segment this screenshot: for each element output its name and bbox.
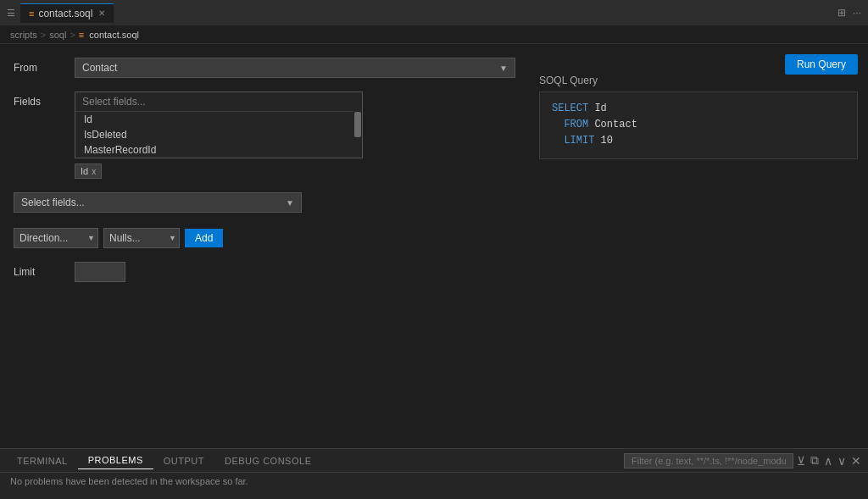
order-by-top: Order By Select fields... ▼ xyxy=(14,192,302,213)
bottom-tabs: TERMINAL PROBLEMS OUTPUT DEBUG CONSOLE ⊻… xyxy=(0,449,868,473)
tag-label: Id xyxy=(81,166,88,176)
tag-close-icon[interactable]: x xyxy=(92,167,96,176)
limit-input[interactable]: 10 xyxy=(75,262,125,282)
breadcrumb: scripts > soql > ≡ contact.soql xyxy=(0,25,868,44)
soql-select-id: Id xyxy=(588,103,607,114)
left-panel: From Contact ▼ Fields Select fields... xyxy=(0,44,529,448)
breadcrumb-file-icon: ≡ xyxy=(79,30,84,40)
limit-control: 10 xyxy=(75,262,515,282)
limit-label: Limit xyxy=(14,262,64,278)
breadcrumb-scripts[interactable]: scripts xyxy=(10,30,37,40)
close-panel-icon[interactable]: ✕ xyxy=(851,454,861,468)
fields-dropdown-header[interactable]: Select fields... xyxy=(75,92,362,111)
order-by-controls: Direction... ▼ Nulls... ▼ Add xyxy=(14,228,223,248)
tab-close-button[interactable]: ✕ xyxy=(98,8,105,18)
more-icon[interactable]: ··· xyxy=(853,7,861,19)
layout-icon[interactable]: ⊞ xyxy=(837,7,846,19)
order-by-label-container: Order By xyxy=(0,197,3,208)
chevron-up-icon[interactable]: ∧ xyxy=(824,454,832,468)
soql-file-icon: ≡ xyxy=(29,8,34,19)
add-button[interactable]: Add xyxy=(185,229,223,247)
from-control: Contact ▼ xyxy=(75,58,515,78)
fields-list-container: Id IsDeleted MasterRecordId xyxy=(75,111,362,158)
fields-dropdown[interactable]: Select fields... Id IsDeleted MasterReco… xyxy=(75,91,363,158)
tab-terminal[interactable]: TERMINAL xyxy=(7,452,78,469)
list-item[interactable]: IsDeleted xyxy=(75,127,353,142)
fields-label: Fields xyxy=(14,91,64,108)
fields-container: Select fields... Id IsDeleted MasterReco… xyxy=(75,91,363,179)
filter-area: ⊻ ⧉ ∧ ∨ ✕ xyxy=(624,453,861,469)
list-item[interactable]: Id xyxy=(75,112,353,127)
bottom-icons: ⊻ ⧉ ∧ ∨ ✕ xyxy=(797,453,861,468)
nulls-select-wrapper[interactable]: Nulls... ▼ xyxy=(103,228,180,248)
tab-output[interactable]: OUTPUT xyxy=(153,452,214,469)
soql-limit-keyword: LIMIT xyxy=(564,135,594,147)
scrollbar-thumb xyxy=(354,112,361,137)
no-problems-text: No problems have been detected in the wo… xyxy=(10,476,248,486)
bottom-status-text: No problems have been detected in the wo… xyxy=(0,473,868,490)
soql-from-table: Contact xyxy=(588,119,637,130)
fields-placeholder: Select fields... xyxy=(82,96,355,108)
fields-list[interactable]: Id IsDeleted MasterRecordId xyxy=(75,111,353,158)
fields-control: Select fields... Id IsDeleted MasterReco… xyxy=(75,91,515,179)
filter-icon[interactable]: ⊻ xyxy=(797,454,805,468)
order-by-select[interactable]: Select fields... xyxy=(14,193,301,212)
from-select-wrapper[interactable]: Contact ▼ xyxy=(75,58,515,78)
menu-icon: ☰ xyxy=(7,8,15,19)
title-bar: ☰ ≡ contact.soql ✕ ⊞ ··· xyxy=(0,0,868,25)
tab-label: contact.soql xyxy=(38,8,92,19)
tab-debug-console[interactable]: DEBUG CONSOLE xyxy=(214,452,321,469)
direction-select[interactable]: Direction... xyxy=(14,228,98,248)
selected-tags: Id x xyxy=(75,164,363,179)
chevron-down-icon[interactable]: ∨ xyxy=(837,454,846,468)
soql-label: SOQL Query xyxy=(539,75,858,86)
from-label: From xyxy=(14,58,64,74)
breadcrumb-sep1: > xyxy=(41,30,46,40)
order-by-select-wrapper[interactable]: Select fields... ▼ xyxy=(14,192,302,213)
order-by-row: Order By Select fields... ▼ Direction...… xyxy=(14,192,515,248)
title-bar-actions: ⊞ ··· xyxy=(837,7,861,19)
tag-id: Id x xyxy=(75,164,102,179)
soql-select-keyword: SELECT xyxy=(552,103,588,114)
tab-problems[interactable]: PROBLEMS xyxy=(78,452,153,469)
filter-input[interactable] xyxy=(624,453,793,469)
soql-from-indent xyxy=(552,119,564,130)
soql-limit-indent xyxy=(552,135,564,147)
soql-limit-value: 10 xyxy=(594,135,613,147)
breadcrumb-soql[interactable]: soql xyxy=(49,30,66,40)
right-panel: Run Query SOQL Query SELECT Id FROM Cont… xyxy=(529,44,868,448)
copy-icon[interactable]: ⧉ xyxy=(810,453,819,468)
list-item[interactable]: MasterRecordId xyxy=(75,142,353,158)
nulls-select[interactable]: Nulls... xyxy=(103,228,180,248)
soql-from-keyword: FROM xyxy=(564,119,588,130)
from-row: From Contact ▼ xyxy=(14,58,515,78)
breadcrumb-sep2: > xyxy=(70,30,75,40)
run-query-button[interactable]: Run Query xyxy=(785,54,858,75)
from-select[interactable]: Contact xyxy=(75,58,515,77)
fields-scrollbar[interactable] xyxy=(353,111,362,158)
main-content: From Contact ▼ Fields Select fields... xyxy=(0,44,868,448)
direction-select-wrapper[interactable]: Direction... ▼ xyxy=(14,228,98,248)
fields-row: Fields Select fields... Id IsDeleted Mas… xyxy=(14,91,515,179)
limit-row: Limit 10 xyxy=(14,262,515,282)
bottom-panel: TERMINAL PROBLEMS OUTPUT DEBUG CONSOLE ⊻… xyxy=(0,448,868,499)
editor-tab[interactable]: ≡ contact.soql ✕ xyxy=(20,3,114,23)
soql-query-box: SELECT Id FROM Contact LIMIT 10 xyxy=(539,91,858,159)
breadcrumb-current: contact.soql xyxy=(89,30,139,40)
